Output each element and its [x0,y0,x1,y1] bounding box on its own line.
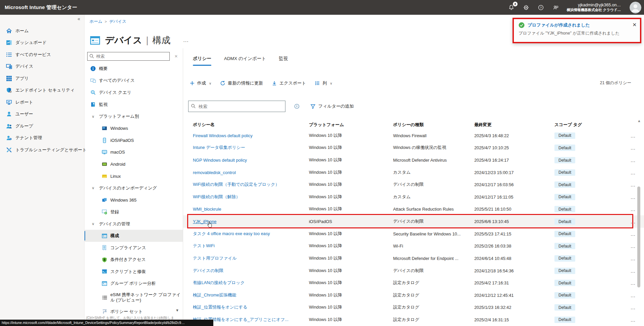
blade-nav-item[interactable]: ∨プラットフォーム別 [84,110,183,122]
row-context-menu-button[interactable]: … [622,243,644,249]
column-header[interactable]: ポリシー名 [193,122,309,128]
blade-nav-item[interactable]: Linux [84,170,183,182]
sidebar-item-apps[interactable]: アプリ [0,72,84,85]
row-context-menu-button[interactable]: … [622,292,644,298]
policy-name-link[interactable]: テスト用プロファイル [193,256,309,261]
policy-name-link[interactable]: WiFi接続の制限（解除） [193,194,309,200]
blade-nav-item[interactable]: 構成 [84,230,183,242]
scrollbar-thumb[interactable] [637,186,640,287]
table-row[interactable]: テストWiFiWindows 10 以降Wi-Fi2025/2/26 16:03… [183,240,644,252]
row-context-menu-button[interactable]: … [622,305,644,310]
row-context-menu-button[interactable]: … [622,317,644,323]
row-context-menu-button[interactable]: … [622,280,644,286]
blade-nav-item[interactable]: Android [84,158,183,170]
policy-name-link[interactable]: Firewall Windows default policy [193,133,309,138]
blade-nav-item[interactable]: 概要 [84,63,183,75]
help-button[interactable]: ? [537,4,545,11]
blade-nav-item[interactable]: 登録 [84,206,183,218]
blade-nav-item[interactable]: eSIM 携帯ネットワーク プロファイル (プレビュー) [84,289,183,306]
refresh-button[interactable]: 最新の情報に更新 [220,80,263,86]
row-context-menu-button[interactable]: … [622,170,644,175]
table-row[interactable]: デバイスの制限Windows 10 以降デバイスの制限2024/12/18 16… [183,265,644,277]
add-filter-button[interactable]: フィルターの追加 [310,103,354,109]
row-context-menu-button[interactable]: … [622,157,644,163]
table-row[interactable]: Intune データ収集ポリシーWindows 10 以降Windows の稼働… [183,142,644,154]
export-button[interactable]: エクスポート [272,80,306,86]
sidebar-item-home[interactable]: ホーム [0,25,84,37]
column-header[interactable]: プラットフォーム [309,122,393,128]
feedback-button[interactable] [552,4,559,11]
row-context-menu-button[interactable]: … [622,219,644,224]
columns-button[interactable]: 列 ∨ [315,80,332,86]
tab-1[interactable]: ADMX のインポート [224,56,266,66]
sidebar-item-dashboard[interactable]: ダッシュボード [0,37,84,49]
notifications-button[interactable]: 3 [508,4,515,11]
table-row[interactable]: Firewall Windows default policyWindows 1… [183,129,644,142]
sidebar-item-users[interactable]: ユーザー [0,108,84,120]
blade-nav-item[interactable]: グループ ポリシー分析 [84,278,183,290]
blade-nav-item[interactable]: iOS/iPadOS [84,134,183,147]
table-row[interactable]: removabledisk_controlWindows 10 以降カスタム20… [183,166,644,179]
policy-name-link[interactable]: テストWiFi [193,243,309,249]
row-context-menu-button[interactable]: … [622,268,644,274]
app-title[interactable]: Microsoft Intune 管理センター [0,4,77,11]
info-icon[interactable] [294,104,300,109]
breadcrumb-link[interactable]: デバイス [109,19,126,24]
row-context-menu-button[interactable]: … [622,206,644,212]
blade-nav-item[interactable]: 監視 [84,99,183,111]
table-row[interactable]: タスク 4 office macro exe easy too easyWind… [183,228,644,240]
table-row[interactable]: 有線LANの接続をブロックWindows 10 以降設定カタログ2025/4/2… [183,277,644,289]
column-header[interactable]: ポリシーの種類 [393,122,474,128]
settings-button[interactable] [523,4,530,11]
column-header[interactable]: 最終変更 [474,122,554,128]
create-button[interactable]: 作成 ∨ [190,80,211,86]
table-row[interactable]: WiFi接続の制限（手動での設定をブロック）Windows 10 以降デバイスの… [183,178,644,191]
tab-2[interactable]: 監視 [279,56,288,66]
policy-name-link[interactable]: 検証_位置情報をオンにする [193,305,309,310]
policy-name-link[interactable]: NGP Windows default policy [193,158,309,163]
table-row[interactable]: YJK_iPhoneiOS/iPadOSデバイスの制限2025/6/6 13:1… [183,215,644,228]
table-row[interactable]: 検証_位置情報をオンにする_アプリごとにオフ...Windows 10 以降設定… [183,314,644,326]
row-context-menu-button[interactable]: … [622,133,644,139]
blade-nav-item[interactable]: Windows 365 [84,194,183,206]
row-context-menu-button[interactable]: … [622,231,644,237]
breadcrumb-link[interactable]: ホーム [90,19,102,24]
column-header[interactable]: スコープ タグ [554,122,622,128]
table-row[interactable]: 検証_Chrome拡張機能Windows 10 以降設定カタログ2024/12/… [183,289,644,302]
policy-search-input[interactable] [188,101,285,112]
nav-scroll-down-icon[interactable]: ▼ [175,308,179,312]
blade-search-input[interactable] [87,52,170,61]
blade-nav-item[interactable]: 条件付きアクセス [84,254,183,266]
blade-nav-item[interactable]: コンプライアンス [84,242,183,254]
table-row[interactable]: NGP Windows default policyWindows 10 以降M… [183,154,644,166]
scrollbar-up-icon[interactable]: ▲ [637,119,641,123]
policy-name-link[interactable]: デバイスの制限 [193,268,309,274]
blade-nav-item[interactable]: スクリプトと修復 [84,266,183,278]
blade-nav-item[interactable]: すべてのデバイス [84,75,183,87]
sidebar-item-all-services[interactable]: すべてのサービス [0,49,84,61]
row-context-menu-button[interactable]: … [622,256,644,261]
blade-nav-item[interactable]: デバイス クエリ [84,87,183,99]
row-context-menu-button[interactable]: … [622,194,644,200]
policy-name-link[interactable]: YJK_iPhone [193,219,309,224]
table-row[interactable]: 検証_位置情報をオンにするWindows 10 以降設定カタログ2025/1/2… [183,302,644,314]
policy-name-link[interactable]: Intune データ収集ポリシー [193,145,309,151]
policy-name-link[interactable]: タスク 4 office macro exe easy too easy [193,231,309,237]
policy-name-link[interactable]: removabledisk_control [193,170,309,175]
blade-nav-item[interactable]: ∨デバイスの管理 [84,218,183,230]
table-row[interactable]: テスト用プロファイルWindows 10 以降Microsoft Defende… [183,252,644,265]
row-context-menu-button[interactable]: … [622,182,644,187]
sidebar-item-troubleshooting[interactable]: トラブルシューティングとサポート [0,144,84,156]
sidebar-item-reports[interactable]: レポート [0,96,84,108]
sidebar-collapse-icon[interactable]: « [77,16,80,21]
sidebar-item-groups[interactable]: グループ [0,120,84,132]
policy-name-link[interactable]: WiFi接続の制限（手動での設定をブロック） [193,182,309,187]
policy-name-link[interactable]: 有線LANの接続をブロック [193,280,309,286]
blade-nav-item[interactable]: macOS [84,146,183,158]
clear-search-icon[interactable]: ✕ [174,54,178,59]
account-menu[interactable]: yjkadmin@yjk365.on… 横浜情報機器株式会社 クラウド… [567,3,621,12]
table-row[interactable]: WiFi接続の制限（解除）Windows 10 以降カスタム2024/12/17… [183,191,644,203]
tab-0[interactable]: ポリシー [193,56,211,66]
table-row[interactable]: WMI_blockruleWindows 10 以降Attack Surface… [183,203,644,216]
row-context-menu-button[interactable]: … [622,145,644,151]
